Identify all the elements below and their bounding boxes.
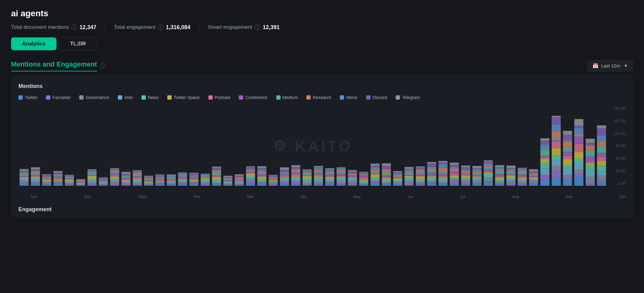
chart-container: Mentions TwitterFarcasterGovernanceVoteN…: [11, 74, 633, 218]
svg-rect-579: [529, 181, 538, 182]
svg-rect-261: [246, 173, 255, 176]
date-filter-btn[interactable]: 📅 Last 12m ▼: [587, 60, 633, 71]
svg-rect-250: [235, 180, 244, 181]
info-icon-engagement[interactable]: i: [158, 25, 163, 30]
svg-rect-203: [189, 177, 199, 177]
legend-label: Mirror: [346, 95, 358, 100]
x-axis-label: Jun: [407, 194, 414, 199]
svg-rect-460: [427, 183, 436, 186]
svg-rect-395: [359, 172, 368, 173]
svg-rect-641: [586, 185, 595, 186]
svg-rect-463: [427, 181, 436, 181]
chart-mentions-label: Mentions: [18, 83, 626, 89]
svg-rect-534: [484, 166, 493, 168]
svg-rect-422: [393, 184, 402, 186]
svg-rect-589: [540, 179, 549, 186]
svg-rect-638: [574, 128, 584, 133]
svg-rect-153: [144, 179, 153, 181]
svg-rect-17: [20, 172, 29, 173]
svg-rect-581: [529, 179, 538, 180]
svg-rect-637: [574, 134, 584, 135]
svg-rect-219: [212, 184, 221, 185]
stat-divider-1: [105, 24, 105, 31]
svg-rect-218: [212, 185, 221, 186]
svg-rect-47: [53, 182, 63, 183]
y-axis-label: 90.00: [615, 143, 626, 148]
svg-rect-16: [20, 173, 29, 174]
svg-rect-167: [155, 177, 165, 178]
info-icon-smart[interactable]: i: [255, 25, 260, 30]
svg-rect-87: [87, 176, 97, 176]
svg-rect-522: [472, 169, 482, 172]
svg-rect-592: [540, 168, 549, 174]
svg-rect-201: [189, 179, 199, 180]
svg-rect-357: [325, 168, 335, 169]
svg-rect-187: [178, 179, 187, 180]
svg-rect-254: [235, 176, 244, 177]
svg-rect-385: [359, 184, 368, 184]
svg-rect-383: [348, 170, 357, 171]
svg-rect-611: [552, 131, 561, 138]
svg-rect-471: [427, 163, 436, 167]
legend-color: [340, 95, 344, 100]
svg-rect-216: [201, 174, 210, 175]
svg-rect-381: [348, 173, 357, 174]
svg-rect-354: [325, 172, 335, 173]
svg-rect-141: [133, 173, 142, 175]
svg-rect-32: [31, 167, 40, 169]
svg-rect-165: [155, 179, 165, 180]
svg-rect-489: [450, 178, 459, 179]
svg-rect-260: [246, 176, 255, 178]
info-icon-section[interactable]: i: [100, 63, 106, 69]
svg-rect-245: [235, 184, 244, 184]
svg-rect-274: [257, 177, 266, 179]
svg-rect-502: [461, 180, 470, 180]
svg-rect-160: [155, 182, 165, 184]
tabs-row: Analytics TL;DR: [11, 37, 633, 50]
svg-rect-224: [212, 176, 221, 177]
svg-rect-109: [110, 181, 119, 183]
svg-rect-560: [506, 170, 516, 171]
svg-rect-248: [235, 181, 244, 181]
y-axis-label: 150.00: [613, 119, 626, 123]
y-axis-label: 120.00: [613, 131, 626, 136]
svg-rect-61: [65, 182, 74, 183]
svg-rect-99: [99, 182, 108, 182]
tab-analytics[interactable]: Analytics: [11, 37, 56, 50]
svg-rect-335: [314, 179, 323, 181]
svg-rect-220: [212, 183, 221, 184]
svg-rect-350: [325, 177, 335, 179]
svg-rect-571: [518, 174, 527, 176]
svg-rect-630: [574, 169, 584, 173]
svg-rect-142: [133, 172, 142, 173]
svg-rect-535: [484, 163, 493, 166]
svg-rect-100: [99, 181, 108, 182]
section-header: Mentions and Engagement i 📅 Last 12m ▼: [11, 60, 633, 71]
svg-rect-29: [31, 171, 40, 173]
svg-rect-45: [53, 184, 63, 186]
svg-rect-411: [382, 182, 391, 183]
svg-rect-241: [223, 177, 233, 177]
svg-rect-121: [122, 184, 131, 185]
svg-rect-327: [303, 173, 312, 175]
svg-rect-564: [518, 185, 527, 186]
svg-rect-10: [20, 181, 29, 182]
svg-rect-530: [484, 172, 493, 173]
svg-rect-298: [280, 177, 289, 178]
svg-rect-292: [269, 175, 278, 176]
svg-rect-553: [506, 181, 516, 184]
svg-rect-393: [359, 173, 368, 174]
info-icon-mentions[interactable]: i: [72, 25, 77, 30]
svg-rect-297: [280, 178, 289, 179]
svg-rect-556: [506, 176, 516, 178]
legend-label: Governance: [86, 95, 109, 100]
svg-rect-660: [597, 157, 606, 161]
total-mentions-stat: Total document mentions i 12,347: [11, 24, 96, 31]
svg-rect-386: [359, 183, 368, 184]
svg-rect-436: [405, 181, 414, 184]
tab-tldr[interactable]: TL;DR: [59, 37, 97, 50]
svg-rect-452: [416, 177, 425, 179]
svg-rect-620: [563, 159, 572, 165]
svg-rect-488: [450, 179, 459, 181]
svg-rect-517: [472, 177, 482, 177]
